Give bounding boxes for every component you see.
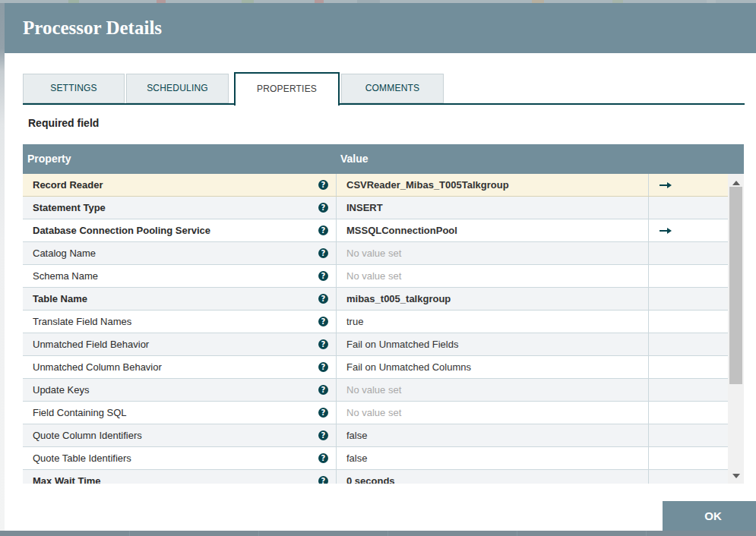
- property-value-cell[interactable]: No value set: [337, 265, 649, 287]
- property-name-cell: Field Containing SQL ?: [23, 402, 337, 424]
- property-name-cell: Max Wait Time ?: [23, 470, 337, 484]
- property-value-cell[interactable]: mibas_t005_talkgroup: [337, 288, 649, 310]
- help-icon[interactable]: ?: [318, 248, 328, 258]
- help-icon[interactable]: ?: [318, 453, 328, 463]
- property-name-cell: Unmatched Column Behavior ?: [23, 356, 337, 378]
- property-value-cell[interactable]: false: [337, 424, 649, 446]
- property-value-cell[interactable]: INSERT: [337, 197, 649, 219]
- column-header-value: Value: [337, 144, 744, 174]
- property-value-cell[interactable]: No value set: [337, 402, 649, 424]
- help-icon[interactable]: ?: [318, 294, 328, 304]
- help-icon[interactable]: ?: [318, 180, 328, 190]
- property-value-cell[interactable]: true: [337, 311, 649, 333]
- property-row[interactable]: Database Connection Pooling Service ? MS…: [23, 219, 728, 242]
- tab-underline: [23, 103, 745, 105]
- canvas-backdrop-bottom: [0, 531, 756, 536]
- property-row[interactable]: Record Reader ? CSVReader_Mibas_T005Talk…: [23, 174, 728, 197]
- property-row[interactable]: Max Wait Time ? 0 seconds: [23, 470, 728, 484]
- go-to-cell: [649, 402, 728, 424]
- help-icon[interactable]: ?: [318, 317, 328, 326]
- go-to-service-icon[interactable]: [660, 227, 672, 235]
- property-name-cell: Table Name ?: [23, 288, 337, 310]
- go-to-cell: [649, 242, 728, 264]
- property-row[interactable]: Translate Field Names ? true: [23, 311, 728, 333]
- property-name: Unmatched Column Behavior: [33, 356, 162, 378]
- vertical-scrollbar[interactable]: [728, 174, 744, 484]
- property-value-cell[interactable]: 0 seconds: [337, 470, 649, 484]
- property-value-cell[interactable]: No value set: [337, 242, 649, 264]
- help-icon[interactable]: ?: [318, 430, 328, 440]
- property-value: false: [346, 430, 367, 441]
- help-icon[interactable]: ?: [318, 385, 328, 395]
- scroll-up-button[interactable]: [728, 174, 744, 187]
- ok-button[interactable]: OK: [663, 501, 756, 531]
- property-name-cell: Quote Table Identifiers ?: [23, 447, 337, 469]
- go-to-cell: [649, 470, 728, 484]
- help-icon[interactable]: ?: [318, 476, 328, 484]
- processor-details-dialog: Processor Details SETTINGS SCHEDULING CO…: [5, 3, 756, 531]
- go-to-cell: [649, 265, 728, 287]
- property-name-cell: Update Keys ?: [23, 379, 337, 401]
- property-value-cell[interactable]: No value set: [337, 379, 649, 401]
- go-to-cell: [649, 333, 728, 355]
- property-name: Statement Type: [33, 197, 106, 219]
- go-to-cell: [649, 288, 728, 310]
- properties-table: Property Value Record Reader ? CSVReader…: [23, 144, 744, 484]
- property-value: No value set: [346, 270, 401, 282]
- property-row[interactable]: Unmatched Column Behavior ? Fail on Unma…: [23, 356, 728, 379]
- help-icon[interactable]: ?: [318, 225, 328, 235]
- scrollbar-thumb[interactable]: [729, 187, 742, 384]
- go-to-cell: [649, 174, 728, 196]
- property-value: MSSQLConnectionPool: [346, 225, 457, 236]
- property-value: No value set: [346, 384, 401, 396]
- dialog-header: Processor Details: [5, 3, 756, 53]
- help-icon[interactable]: ?: [318, 339, 328, 349]
- help-icon[interactable]: ?: [318, 203, 328, 213]
- dialog-title: Processor Details: [23, 3, 162, 53]
- property-name-cell: Schema Name ?: [23, 265, 337, 287]
- property-row[interactable]: Catalog Name ? No value set: [23, 242, 728, 265]
- property-name: Quote Table Identifiers: [33, 447, 131, 469]
- go-to-service-icon[interactable]: [660, 181, 672, 189]
- scroll-down-button[interactable]: [728, 471, 744, 484]
- property-name: Translate Field Names: [33, 311, 131, 333]
- column-header-property: Property: [23, 144, 337, 174]
- required-field-label: Required field: [28, 117, 99, 129]
- property-name-cell: Translate Field Names ?: [23, 311, 337, 333]
- go-to-cell: [649, 356, 728, 378]
- property-value-cell[interactable]: MSSQLConnectionPool: [337, 219, 649, 241]
- go-to-cell: [649, 219, 728, 241]
- tab-properties[interactable]: PROPERTIES: [234, 72, 340, 106]
- property-name: Field Containing SQL: [33, 402, 127, 424]
- property-row[interactable]: Update Keys ? No value set: [23, 379, 728, 402]
- tab-settings[interactable]: SETTINGS: [23, 74, 125, 103]
- property-value-cell[interactable]: CSVReader_Mibas_T005Talkgroup: [337, 174, 649, 196]
- property-row[interactable]: Quote Table Identifiers ? false: [23, 447, 728, 470]
- help-icon[interactable]: ?: [318, 362, 328, 372]
- property-name: Max Wait Time: [33, 470, 101, 484]
- property-row[interactable]: Unmatched Field Behavior ? Fail on Unmat…: [23, 333, 728, 356]
- property-row[interactable]: Table Name ? mibas_t005_talkgroup: [23, 288, 728, 311]
- property-value-cell[interactable]: false: [337, 447, 649, 469]
- table-header: Property Value: [23, 144, 744, 174]
- property-row[interactable]: Field Containing SQL ? No value set: [23, 402, 728, 424]
- property-row[interactable]: Statement Type ? INSERT: [23, 197, 728, 219]
- go-to-cell: [649, 447, 728, 469]
- help-icon[interactable]: ?: [318, 408, 328, 418]
- property-value: CSVReader_Mibas_T005Talkgroup: [346, 179, 509, 191]
- property-name-cell: Unmatched Field Behavior ?: [23, 333, 337, 355]
- tab-scheduling[interactable]: SCHEDULING: [126, 74, 229, 103]
- help-icon[interactable]: ?: [318, 271, 328, 281]
- property-value: INSERT: [346, 202, 383, 213]
- go-to-cell: [649, 197, 728, 219]
- go-to-cell: [649, 379, 728, 401]
- table-body: Record Reader ? CSVReader_Mibas_T005Talk…: [23, 174, 744, 484]
- property-row[interactable]: Quote Column Identifiers ? false: [23, 424, 728, 447]
- property-value: 0 seconds: [346, 475, 395, 484]
- property-name: Table Name: [33, 288, 87, 310]
- property-row[interactable]: Schema Name ? No value set: [23, 265, 728, 288]
- property-value-cell[interactable]: Fail on Unmatched Columns: [337, 356, 649, 378]
- screen: Processor Details SETTINGS SCHEDULING CO…: [0, 0, 756, 536]
- property-value-cell[interactable]: Fail on Unmatched Fields: [337, 333, 649, 355]
- tab-comments[interactable]: COMMENTS: [341, 74, 444, 103]
